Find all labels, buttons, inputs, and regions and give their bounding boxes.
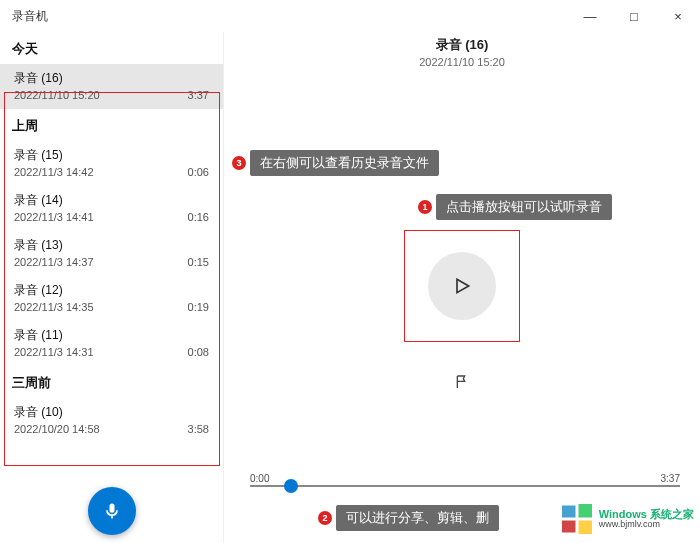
flag-icon (454, 374, 470, 390)
recording-date: 2022/11/3 14:42 (14, 166, 94, 178)
minimize-button[interactable]: — (568, 0, 612, 32)
recording-title: 录音 (12) (14, 282, 209, 299)
annotation-callout-3: 在右侧可以查看历史录音文件 (250, 150, 439, 176)
recording-duration: 3:58 (188, 423, 209, 435)
main-area: 今天 录音 (16) 2022/11/10 15:20 3:37 上周 录音 (… (0, 32, 700, 543)
recording-title: 录音 (15) (14, 147, 209, 164)
recording-date: 2022/11/3 14:35 (14, 301, 94, 313)
time-start: 0:00 (250, 473, 269, 484)
recording-title: 录音 (13) (14, 237, 209, 254)
recording-title: 录音 (11) (14, 327, 209, 344)
recording-title: 录音 (10) (14, 404, 209, 421)
play-button[interactable] (428, 252, 496, 320)
titlebar: 录音机 — □ × (0, 0, 700, 32)
recording-duration: 0:19 (188, 301, 209, 313)
recording-item[interactable]: 录音 (11) 2022/11/3 14:310:08 (0, 321, 223, 366)
app-title: 录音机 (12, 8, 568, 25)
svg-rect-2 (578, 504, 592, 518)
recording-duration: 0:08 (188, 346, 209, 358)
section-today: 今天 (0, 32, 223, 64)
microphone-icon (102, 501, 122, 521)
recording-duration: 0:15 (188, 256, 209, 268)
flag-button[interactable] (454, 374, 470, 394)
recording-date: 2022/11/10 15:20 (14, 89, 100, 101)
recording-item[interactable]: 录音 (12) 2022/11/3 14:350:19 (0, 276, 223, 321)
detail-panel: 录音 (16) 2022/11/10 15:20 0:00 3:37 3 在右侧… (224, 32, 700, 543)
annotation-callout-2: 可以进行分享、剪辑、删 (336, 505, 499, 531)
annotation-callout-1: 点击播放按钮可以试听录音 (436, 194, 612, 220)
recording-date: 2022/11/3 14:31 (14, 346, 94, 358)
recording-item[interactable]: 录音 (15) 2022/11/3 14:420:06 (0, 141, 223, 186)
section-three-weeks-ago: 三周前 (0, 366, 223, 398)
recording-item[interactable]: 录音 (13) 2022/11/3 14:370:15 (0, 231, 223, 276)
recording-date: 2022/10/20 14:58 (14, 423, 100, 435)
watermark-line2: www.bjmlv.com (599, 520, 694, 530)
recording-item[interactable]: 录音 (16) 2022/11/10 15:20 3:37 (0, 64, 223, 109)
recording-date: 2022/11/3 14:37 (14, 256, 94, 268)
recording-date: 2022/11/3 14:41 (14, 211, 94, 223)
record-button[interactable] (88, 487, 136, 535)
section-last-week: 上周 (0, 109, 223, 141)
timeline-track[interactable] (250, 485, 680, 487)
annotation-badge-3: 3 (232, 156, 246, 170)
recording-title: 录音 (16) (14, 70, 209, 87)
timeline[interactable]: 0:00 3:37 (250, 475, 680, 499)
time-end: 3:37 (661, 473, 680, 484)
recording-item[interactable]: 录音 (14) 2022/11/3 14:410:16 (0, 186, 223, 231)
play-icon (452, 276, 472, 296)
svg-marker-0 (457, 279, 469, 292)
annotation-badge-2: 2 (318, 511, 332, 525)
annotation-badge-1: 1 (418, 200, 432, 214)
svg-rect-1 (562, 506, 576, 518)
recording-duration: 0:06 (188, 166, 209, 178)
detail-title: 录音 (16) (224, 36, 700, 54)
recording-list[interactable]: 今天 录音 (16) 2022/11/10 15:20 3:37 上周 录音 (… (0, 32, 223, 543)
recording-duration: 3:37 (188, 89, 209, 101)
watermark: Windows 系统之家 www.bjmlv.com (559, 501, 694, 537)
recording-duration: 0:16 (188, 211, 209, 223)
timeline-handle[interactable] (284, 479, 298, 493)
close-button[interactable]: × (656, 0, 700, 32)
svg-rect-3 (562, 521, 576, 533)
recording-title: 录音 (14) (14, 192, 209, 209)
windows-logo-icon (559, 501, 595, 537)
recording-item[interactable]: 录音 (10) 2022/10/20 14:583:58 (0, 398, 223, 443)
sidebar: 今天 录音 (16) 2022/11/10 15:20 3:37 上周 录音 (… (0, 32, 224, 543)
maximize-button[interactable]: □ (612, 0, 656, 32)
svg-rect-4 (578, 521, 592, 535)
detail-date: 2022/11/10 15:20 (224, 56, 700, 68)
